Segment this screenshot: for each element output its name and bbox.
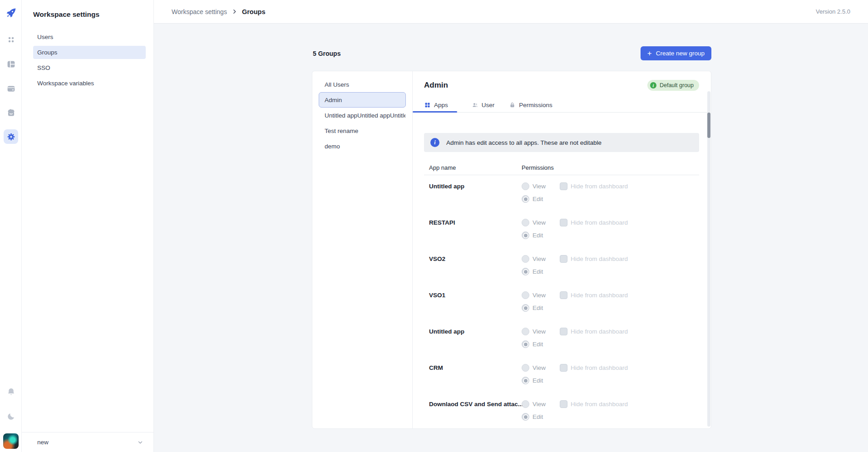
rocket-logo-icon[interactable] (5, 7, 17, 19)
edit-label: Edit (533, 341, 543, 348)
hide-from-dashboard-checkbox[interactable] (560, 255, 567, 263)
column-permissions: Permissions (521, 164, 699, 171)
workspace-name: new (37, 439, 49, 446)
app-permission-row: Untitled app View Hide from dashboard Ed… (424, 320, 699, 357)
group-detail-panel: Admin i Default group Apps User Permiss (413, 71, 711, 428)
database-icon[interactable] (4, 81, 18, 96)
groups-header: 5 Groups + Create new group (313, 46, 711, 60)
view-label: View (533, 328, 557, 335)
workspace-switcher[interactable]: new (22, 432, 153, 452)
chevron-right-icon (232, 9, 237, 15)
column-app-name: App name (424, 164, 521, 171)
app-icon-rail (0, 0, 22, 452)
groups-card: All UsersAdminUntitled appUntitled appUn… (312, 71, 711, 429)
tab-user[interactable]: User (472, 98, 495, 112)
breadcrumb: Workspace settings Groups (172, 8, 265, 15)
app-name: RESTAPI (424, 219, 521, 248)
create-new-group-button[interactable]: + Create new group (641, 46, 711, 60)
group-title: Admin (424, 81, 448, 90)
edit-radio[interactable] (522, 377, 529, 384)
view-radio[interactable] (522, 255, 529, 263)
app-permission-row: Downlaod CSV and Send attac... View Hide… (424, 393, 699, 429)
sidebar-item-workspace-variables[interactable]: Workspace variables (33, 77, 146, 90)
user-avatar[interactable] (3, 433, 19, 449)
view-radio[interactable] (522, 364, 529, 372)
permissions-table-header: App name Permissions (424, 160, 699, 175)
edit-label: Edit (533, 268, 543, 275)
hide-from-dashboard-label: Hide from dashboard (571, 364, 628, 371)
dark-mode-moon-icon[interactable] (4, 409, 18, 423)
edit-label: Edit (533, 196, 543, 202)
sidebar-title: Workspace settings (33, 10, 99, 19)
app-name: VSO2 (424, 255, 521, 284)
group-list-item-all-users[interactable]: All Users (319, 77, 406, 92)
app-permission-row: VSO1 View Hide from dashboard Edit (424, 284, 699, 320)
group-list-item-test-rename[interactable]: Test rename (319, 123, 406, 138)
lock-icon (509, 102, 516, 108)
view-radio[interactable] (522, 328, 529, 335)
group-list-item-untitled-appuntitled-appuntitl[interactable]: Untitled appUntitled appUntitle... (319, 108, 406, 123)
breadcrumb-current: Groups (242, 8, 266, 15)
edit-radio[interactable] (522, 413, 529, 421)
app-name: Downlaod CSV and Send attac... (424, 400, 521, 429)
view-label: View (533, 183, 557, 190)
hide-from-dashboard-checkbox[interactable] (560, 400, 567, 408)
hide-from-dashboard-checkbox[interactable] (560, 219, 567, 226)
view-label: View (533, 401, 557, 408)
sidebar-item-groups[interactable]: Groups (33, 46, 146, 59)
settings-sidebar: Workspace settings UsersGroupsSSOWorkspa… (22, 0, 154, 452)
users-icon (472, 102, 478, 108)
edit-radio[interactable] (522, 231, 529, 239)
workspace-settings-gear-icon[interactable] (4, 129, 18, 144)
edit-radio[interactable] (522, 304, 529, 312)
app-builder-layout-icon[interactable] (4, 57, 18, 71)
hide-from-dashboard-label: Hide from dashboard (571, 183, 628, 190)
hide-from-dashboard-checkbox[interactable] (560, 291, 567, 299)
view-radio[interactable] (522, 182, 529, 190)
edit-radio[interactable] (522, 268, 529, 275)
notifications-bell-icon[interactable] (4, 384, 18, 399)
version-label: Version 2.5.0 (816, 8, 850, 15)
plus-icon: + (647, 49, 652, 57)
hide-from-dashboard-label: Hide from dashboard (571, 328, 628, 335)
scrollbar-thumb[interactable] (707, 113, 710, 138)
detail-scrollbar (707, 91, 710, 427)
edit-label: Edit (533, 377, 543, 384)
app-permissions-rows: Untitled app View Hide from dashboard Ed… (424, 175, 699, 429)
sidebar-item-users[interactable]: Users (33, 30, 146, 44)
tab-permissions[interactable]: Permissions (509, 98, 552, 112)
app-permission-row: CRM View Hide from dashboard Edit (424, 357, 699, 393)
group-list: All UsersAdminUntitled appUntitled appUn… (312, 71, 413, 428)
view-label: View (533, 255, 557, 262)
view-label: View (533, 292, 557, 299)
info-circle-icon: i (430, 138, 439, 147)
apps-grid-icon[interactable] (4, 32, 18, 47)
group-list-item-demo[interactable]: demo (319, 138, 406, 154)
tab-apps[interactable]: Apps (413, 98, 457, 112)
hide-from-dashboard-label: Hide from dashboard (571, 219, 628, 226)
sidebar-item-sso[interactable]: SSO (33, 61, 146, 74)
view-radio[interactable] (522, 400, 529, 408)
edit-radio[interactable] (522, 195, 529, 203)
edit-radio[interactable] (522, 340, 529, 348)
hide-from-dashboard-checkbox[interactable] (560, 364, 567, 372)
detail-tabs: Apps User Permissions (413, 98, 710, 113)
hide-from-dashboard-label: Hide from dashboard (571, 401, 628, 408)
groups-count: 5 Groups (313, 50, 340, 57)
green-info-dot-icon: i (650, 82, 656, 88)
view-radio[interactable] (522, 219, 529, 226)
app-name: VSO1 (424, 291, 521, 320)
app-permission-row: Untitled app View Hide from dashboard Ed… (424, 175, 699, 211)
hide-from-dashboard-checkbox[interactable] (560, 328, 567, 335)
breadcrumb-parent[interactable]: Workspace settings (172, 8, 227, 15)
hide-from-dashboard-checkbox[interactable] (560, 182, 567, 190)
view-label: View (533, 364, 557, 371)
group-list-item-admin[interactable]: Admin (319, 92, 406, 108)
hide-from-dashboard-label: Hide from dashboard (571, 255, 628, 262)
chevron-down-icon (137, 439, 143, 446)
default-group-badge: i Default group (647, 80, 699, 91)
marketplace-icon[interactable] (4, 105, 18, 120)
view-radio[interactable] (522, 291, 529, 299)
edit-label: Edit (533, 413, 543, 420)
view-label: View (533, 219, 557, 226)
